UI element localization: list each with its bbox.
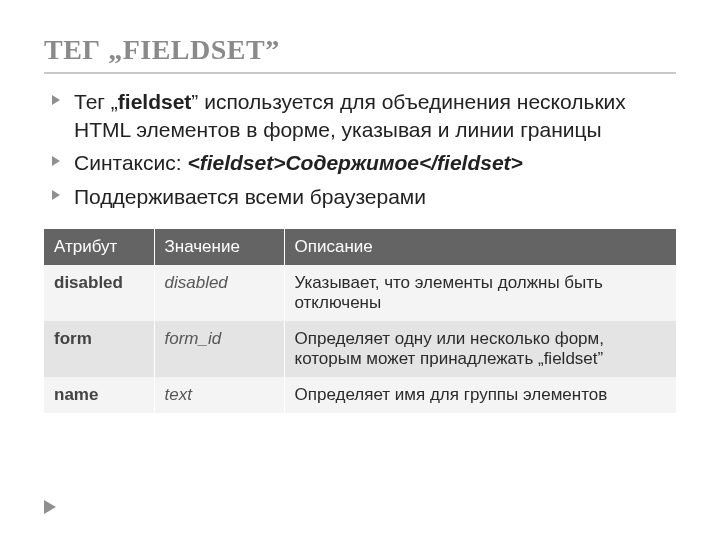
bullet-strong: fieldset: [118, 90, 192, 113]
page-title: ТЕГ „FIELDSET”: [44, 34, 676, 74]
cell-value: text: [154, 377, 284, 413]
table-row: form form_id Определяет одну или несколь…: [44, 321, 676, 377]
th-desc: Описание: [284, 229, 676, 265]
cell-desc: Указывает, что элементы должны быть откл…: [284, 265, 676, 321]
bullet-item: Поддерживается всеми браузерами: [48, 183, 676, 211]
cell-value: disabled: [154, 265, 284, 321]
cell-attr: disabled: [44, 265, 154, 321]
th-attr: Атрибут: [44, 229, 154, 265]
bullet-text: Поддерживается всеми браузерами: [74, 185, 426, 208]
bullet-item: Тег „fieldset” используется для объедине…: [48, 88, 676, 143]
th-value: Значение: [154, 229, 284, 265]
cell-desc: Определяет имя для группы элементов: [284, 377, 676, 413]
bullet-text: Синтаксис:: [74, 151, 187, 174]
next-arrow-icon[interactable]: [44, 500, 56, 514]
table-row: disabled disabled Указывает, что элемент…: [44, 265, 676, 321]
bullet-list: Тег „fieldset” используется для объедине…: [48, 88, 676, 211]
cell-attr: form: [44, 321, 154, 377]
syntax-code: <fieldset>Содержимое</fieldset>: [187, 151, 522, 174]
cell-attr: name: [44, 377, 154, 413]
table-header-row: Атрибут Значение Описание: [44, 229, 676, 265]
slide: ТЕГ „FIELDSET” Тег „fieldset” использует…: [0, 0, 720, 413]
attributes-table: Атрибут Значение Описание disabled disab…: [44, 229, 676, 413]
cell-desc: Определяет одну или несколько форм, кото…: [284, 321, 676, 377]
bullet-text: Тег „: [74, 90, 118, 113]
table-row: name text Определяет имя для группы элем…: [44, 377, 676, 413]
cell-value: form_id: [154, 321, 284, 377]
bullet-item: Синтаксис: <fieldset>Содержимое</fieldse…: [48, 149, 676, 177]
